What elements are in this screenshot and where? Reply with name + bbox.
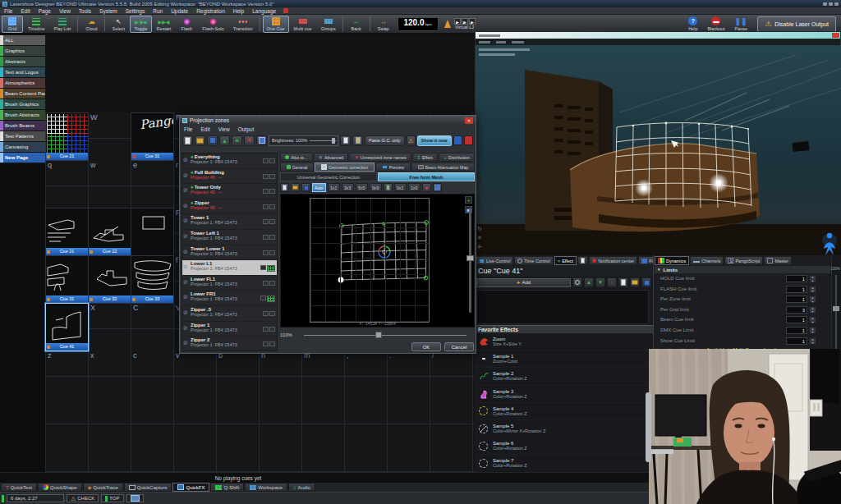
zone-toggles[interactable] bbox=[263, 204, 275, 209]
mesh-density-1x1[interactable]: 1x1 bbox=[328, 183, 340, 192]
zone-toggles[interactable] bbox=[263, 327, 275, 332]
dialog-menu-edit[interactable]: Edit bbox=[196, 126, 214, 132]
cue-cell-cue-31[interactable]: Cue 31 bbox=[45, 255, 89, 304]
sidebar-item-abstracts[interactable]: Abstracts bbox=[0, 57, 45, 66]
cue-cell-cue-33[interactable]: Cue 33 bbox=[131, 255, 174, 304]
open-folder-icon[interactable] bbox=[630, 277, 640, 287]
window-controls[interactable] bbox=[823, 2, 839, 6]
limits-section-header[interactable]: ▼ Limits bbox=[655, 266, 830, 273]
menu-run[interactable]: Run bbox=[149, 7, 167, 15]
zone-toggles[interactable] bbox=[263, 235, 275, 240]
mesh-split-button[interactable] bbox=[384, 183, 393, 192]
zone-settings-button[interactable] bbox=[256, 135, 267, 146]
toolbar-back-button[interactable]: ←Back bbox=[346, 16, 367, 33]
sidebar-item-brush-abstracts[interactable]: Brush Abstracts bbox=[0, 110, 45, 120]
sidebar-item-beam-content-pack[interactable]: Beam Content Pack bbox=[0, 89, 45, 99]
tab-beam-attenuation-map[interactable]: Beam Attenuation Map bbox=[411, 163, 475, 172]
bottom-tab-quicktext[interactable]: TQuickText bbox=[1, 483, 37, 492]
blue-toggle-button[interactable] bbox=[453, 135, 462, 145]
toolbar-cloud-button[interactable]: ☁Cloud bbox=[80, 16, 102, 33]
zone-row-lower-l1[interactable]: ⊘Lower L1Projector 1: FB4 15473 bbox=[182, 260, 277, 276]
zone-list[interactable]: ⊘●EverythingProjector 1: FB4 15473⊘●Full… bbox=[182, 153, 278, 351]
zone-toggles[interactable] bbox=[263, 281, 275, 286]
toolbar-flash-button[interactable]: Flash bbox=[176, 16, 197, 33]
sidebar-item-graphics[interactable]: Graphics bbox=[0, 46, 45, 56]
spinner-control[interactable]: ▲▼ bbox=[809, 306, 816, 314]
mesh-density-1x0[interactable]: 1x0 bbox=[408, 183, 420, 192]
zone-toggles[interactable] bbox=[263, 311, 275, 316]
bottom-tab-quickfx[interactable]: QuickFX bbox=[172, 483, 209, 492]
zone-row-zipper-5[interactable]: ⊘Zipper .5Projector 1: FB4 15473 bbox=[182, 306, 277, 322]
blackout-button[interactable]: ▬ Blackout bbox=[707, 16, 724, 31]
save-file-icon[interactable] bbox=[641, 277, 651, 287]
paste-gc-only-button[interactable]: Paste G.C. only bbox=[365, 135, 405, 146]
tab-general[interactable]: General bbox=[280, 163, 314, 172]
close-icon[interactable] bbox=[832, 33, 839, 38]
search-icon[interactable] bbox=[572, 277, 582, 287]
limit-value-input[interactable]: 1 bbox=[786, 327, 807, 334]
zone-toggles[interactable] bbox=[260, 296, 275, 302]
sidebar-item-atmospherics[interactable]: Atmospherics bbox=[0, 78, 45, 88]
mesh-save-button[interactable] bbox=[301, 183, 310, 192]
add-effect-button[interactable]: +Add bbox=[476, 278, 571, 287]
sidebar-item-brush-beams[interactable]: Brush Beams bbox=[0, 121, 45, 131]
tab-time-control[interactable]: Time Control bbox=[514, 256, 553, 265]
tab-pangoscript[interactable]: SPangoScript bbox=[724, 256, 763, 265]
tab-notification-center[interactable]: Notification center bbox=[589, 256, 637, 265]
dialog-title-bar[interactable]: Projection zones × bbox=[180, 116, 476, 125]
zone-toggles[interactable] bbox=[263, 250, 275, 255]
zone-row-tower-lower-1[interactable]: ⊘Tower Lower 1Projector 1: FB4 15473 bbox=[182, 245, 277, 261]
toolbar-transition-button[interactable]: Transition bbox=[229, 16, 257, 33]
favorite-effect-zoom[interactable]: ZoomSize X+Size Y bbox=[475, 333, 653, 351]
close-icon[interactable]: × bbox=[465, 117, 473, 124]
zone-toggles[interactable] bbox=[260, 265, 275, 272]
limit-value-input[interactable]: 1 bbox=[786, 337, 807, 345]
cue-cell-s3[interactable] bbox=[131, 208, 174, 256]
favorite-effect-sample-5[interactable]: Sample 5Color+Mirror X+Rotation Z bbox=[475, 420, 653, 438]
zone-row-lower-fr1[interactable]: ⊘Lower FR1Projector 1: FB4 15473 bbox=[182, 291, 277, 306]
zone-link-icon[interactable]: ⊘ bbox=[183, 233, 188, 240]
visualization-menu-bar[interactable] bbox=[476, 39, 840, 45]
zone-link-icon[interactable]: ⊘ bbox=[183, 279, 188, 286]
sidebar-item-new-page[interactable]: New Page bbox=[0, 153, 45, 163]
toolbar-play-list-button[interactable]: Play List bbox=[50, 16, 76, 33]
bottom-tab-audio[interactable]: ♪Audio bbox=[288, 483, 315, 492]
zone-link-icon[interactable]: ⊘ bbox=[183, 325, 188, 332]
zone-row-zipper-1[interactable]: ⊘Zipper 1Projector 1: FB4 15473 bbox=[182, 322, 277, 337]
cue-cell-cue-31[interactable]: PangoCue 31 bbox=[131, 112, 174, 161]
sidebar-item-brush-graphics[interactable]: Brush Graphics bbox=[0, 99, 45, 109]
panel-scrollbar[interactable] bbox=[646, 392, 651, 462]
metronome-icon[interactable] bbox=[444, 20, 451, 28]
zone-row-full-building[interactable]: ⊘●Full BuildingProjector 45: --- bbox=[182, 169, 277, 185]
toolbar-restart-button[interactable]: ▶▶◀Restart bbox=[153, 16, 176, 33]
mesh-density-3x3[interactable]: 3x3 bbox=[342, 183, 354, 192]
zone-row-tower-left-1[interactable]: ⊘Tower Left 1Projector 1: FB4 15473 bbox=[182, 230, 277, 245]
tab-distribution[interactable]: »Distribution bbox=[439, 153, 475, 162]
menu-tool-icon[interactable] bbox=[283, 8, 288, 13]
spinner-control[interactable]: ▲▼ bbox=[809, 286, 816, 293]
cue-cell-cue-22[interactable]: Cue 22 bbox=[88, 208, 131, 256]
menu-registration[interactable]: Registration bbox=[192, 7, 229, 15]
spinner-control[interactable]: ▲▼ bbox=[809, 327, 816, 334]
zone-link-icon[interactable]: ⊘ bbox=[183, 309, 188, 316]
mesh-options-button[interactable] bbox=[433, 183, 442, 192]
tab-preview[interactable]: Preview bbox=[375, 163, 411, 172]
zone-link-icon[interactable]: ⊘ bbox=[183, 294, 188, 300]
cue-cell-cue-32[interactable]: Cue 32 bbox=[88, 255, 131, 304]
display-button[interactable] bbox=[126, 494, 144, 502]
tab-channels[interactable]: Channels bbox=[690, 256, 724, 265]
move-up-icon[interactable]: ▲ bbox=[584, 277, 594, 287]
top-box[interactable]: TOP bbox=[101, 494, 123, 502]
cancel-button[interactable]: Cancel bbox=[444, 342, 474, 351]
sidebar-item-canvasing[interactable]: Canvasing bbox=[0, 142, 45, 152]
mesh-reset-button[interactable]: ● bbox=[422, 183, 431, 192]
segment-free-form-mesh[interactable]: Free form Mesh bbox=[378, 172, 475, 181]
menu-view[interactable]: View bbox=[55, 7, 75, 15]
limit-value-input[interactable]: 1 bbox=[786, 316, 807, 323]
zone-row-tower-only[interactable]: ⊘●Tower OnlyProjector 45: --- bbox=[182, 184, 277, 199]
zone-link-icon[interactable]: ⊘ bbox=[183, 157, 188, 163]
spinner-control[interactable]: ▲▼ bbox=[809, 337, 816, 345]
open-button[interactable] bbox=[195, 135, 205, 146]
virtual-lj-button[interactable]: ▶▶▶ Virtual LJ bbox=[454, 18, 476, 30]
mesh-density-9x9[interactable]: 9x9 bbox=[370, 183, 382, 192]
